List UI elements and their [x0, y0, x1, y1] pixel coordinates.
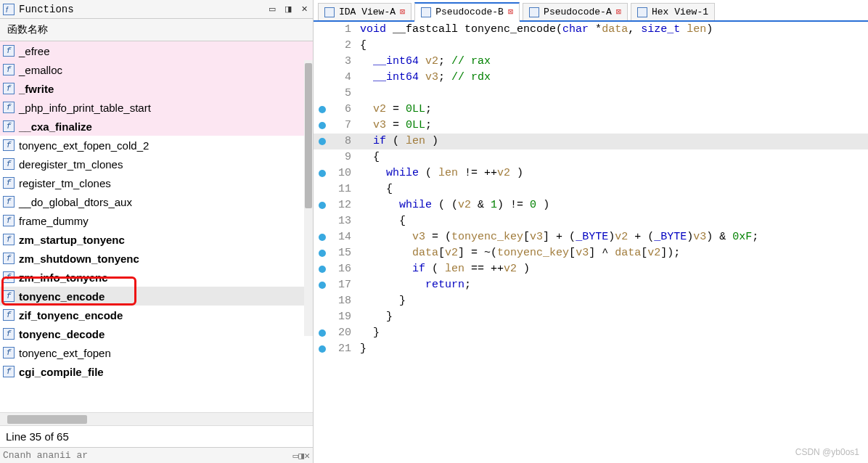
function-item[interactable]: fzif_tonyenc_encode: [0, 306, 313, 324]
close-icon[interactable]: ⊠: [616, 7, 621, 17]
code-line[interactable]: 19 }: [314, 309, 868, 325]
code-line[interactable]: 20 }: [314, 325, 868, 341]
breakpoint-gutter[interactable]: [314, 170, 331, 177]
close-icon[interactable]: ⊠: [508, 7, 513, 17]
breakpoint-gutter[interactable]: [314, 202, 331, 209]
code-text: while ( len != ++v2 ): [357, 165, 868, 181]
column-header[interactable]: 函数名称: [0, 19, 313, 41]
code-text: if ( len == ++v2 ): [357, 261, 868, 277]
tab[interactable]: Hex View-1: [631, 3, 715, 20]
line-number: 20: [331, 325, 357, 341]
function-item[interactable]: f_fwrite: [0, 79, 313, 98]
function-item[interactable]: ftonyenc_ext_fopen_cold_2: [0, 136, 313, 155]
function-item[interactable]: f_php_info_print_table_start: [0, 98, 313, 117]
code-text: data[v2] = ~(tonyenc_key[v3] ^ data[v2])…: [357, 245, 868, 261]
restore-button-2[interactable]: ▭: [293, 450, 299, 462]
breakpoint-gutter[interactable]: [314, 345, 331, 353]
function-name: _php_info_print_table_start: [19, 102, 151, 114]
close-button[interactable]: ✕: [298, 4, 310, 15]
breakpoint-gutter[interactable]: [314, 106, 331, 113]
breakpoint-gutter[interactable]: [314, 250, 331, 257]
breakpoint-gutter[interactable]: [314, 122, 331, 129]
function-name: tonyenc_ext_fopen: [19, 347, 111, 359]
code-line[interactable]: 6 v2 = 0LL;: [314, 102, 868, 118]
tab[interactable]: Pseudocode-A⊠: [523, 3, 628, 20]
function-item[interactable]: fframe_dummy: [0, 211, 313, 230]
function-icon: f: [3, 328, 15, 340]
function-name: frame_dummy: [19, 215, 89, 227]
code-line[interactable]: 1void __fastcall tonyenc_encode(char *da…: [314, 22, 868, 38]
function-item[interactable]: f_efree: [0, 41, 313, 60]
code-line[interactable]: 8 if ( len ): [314, 134, 868, 149]
code-line[interactable]: 4 __int64 v3; // rdx: [314, 70, 868, 86]
tab[interactable]: Pseudocode-B⊠: [414, 2, 520, 22]
line-number: 6: [331, 102, 357, 118]
close-icon[interactable]: ⊠: [400, 7, 405, 17]
function-icon: f: [3, 83, 15, 94]
function-item[interactable]: fderegister_tm_clones: [0, 155, 313, 173]
breakpoint-gutter[interactable]: [314, 282, 331, 289]
bottom-panel-header: Cnanh ananii ar ▭ ◨ ✕: [0, 447, 313, 463]
line-number: 2: [331, 38, 357, 54]
code-line[interactable]: 10 while ( len != ++v2 ): [314, 165, 868, 181]
function-item[interactable]: fregister_tm_clones: [0, 173, 313, 192]
code-line[interactable]: 3 __int64 v2; // rax: [314, 54, 868, 70]
code-line[interactable]: 21}: [314, 341, 868, 357]
function-item[interactable]: f__do_global_dtors_aux: [0, 192, 313, 211]
breakpoint-marker: [319, 170, 326, 177]
function-item[interactable]: fzm_info_tonyenc: [0, 268, 313, 287]
code-line[interactable]: 18 }: [314, 293, 868, 309]
code-line[interactable]: 2{: [314, 38, 868, 54]
code-line[interactable]: 7 v3 = 0LL;: [314, 118, 868, 134]
vertical-scrollbar[interactable]: [304, 60, 313, 336]
function-item[interactable]: fzm_startup_tonyenc: [0, 230, 313, 249]
function-name: zif_tonyenc_encode: [19, 309, 123, 321]
breakpoint-marker: [319, 329, 326, 337]
code-line[interactable]: 15 data[v2] = ~(tonyenc_key[v3] ^ data[v…: [314, 245, 868, 261]
function-icon: f: [3, 366, 15, 377]
code-line[interactable]: 13 {: [314, 213, 868, 229]
function-item[interactable]: ftonyenc_decode: [0, 324, 313, 343]
panel-header: f Functions ▭ ◨ ✕: [0, 0, 313, 19]
function-item[interactable]: ftonyenc_ext_fopen: [0, 343, 313, 362]
function-name: cgi_compile_file: [19, 366, 104, 378]
function-icon: f: [3, 158, 15, 170]
function-list[interactable]: f_efreef_emallocf_fwritef_php_info_print…: [0, 41, 313, 412]
code-line[interactable]: 5: [314, 86, 868, 102]
line-number: 11: [331, 181, 357, 197]
line-number: 13: [331, 213, 357, 229]
horizontal-scrollbar[interactable]: [0, 412, 313, 425]
code-text: }: [357, 309, 868, 325]
detach-button-2[interactable]: ◨: [298, 450, 304, 462]
breakpoint-gutter[interactable]: [314, 266, 331, 273]
function-item[interactable]: f_emalloc: [0, 60, 313, 79]
line-number: 3: [331, 54, 357, 70]
code-line[interactable]: 16 if ( len == ++v2 ): [314, 261, 868, 277]
code-text: {: [357, 149, 868, 165]
line-number: 4: [331, 70, 357, 86]
code-line[interactable]: 14 v3 = (tonyenc_key[v3] + (_BYTE)v2 + (…: [314, 229, 868, 245]
breakpoint-gutter[interactable]: [314, 234, 331, 241]
tab[interactable]: IDA View-A⊠: [318, 3, 412, 20]
code-line[interactable]: 12 while ( (v2 & 1) != 0 ): [314, 197, 868, 213]
function-icon: f: [3, 45, 15, 57]
function-item[interactable]: fcgi_compile_file: [0, 362, 313, 381]
line-number: 10: [331, 165, 357, 181]
breakpoint-gutter[interactable]: [314, 329, 331, 337]
function-item[interactable]: fzm_shutdown_tonyenc: [0, 249, 313, 268]
code-line[interactable]: 9 {: [314, 149, 868, 165]
line-number: 16: [331, 261, 357, 277]
code-line[interactable]: 11 {: [314, 181, 868, 197]
pseudocode-view[interactable]: 1void __fastcall tonyenc_encode(char *da…: [314, 22, 868, 463]
function-name: zm_shutdown_tonyenc: [19, 253, 139, 265]
restore-button[interactable]: ▭: [266, 4, 278, 15]
close-button-2[interactable]: ✕: [304, 450, 310, 462]
code-line[interactable]: 17 return;: [314, 277, 868, 293]
breakpoint-marker: [319, 122, 326, 129]
tab-label: IDA View-A: [339, 7, 396, 17]
function-item[interactable]: ftonyenc_encode: [0, 287, 313, 306]
breakpoint-gutter[interactable]: [314, 138, 331, 145]
detach-button[interactable]: ◨: [282, 4, 294, 15]
function-icon: f: [3, 309, 15, 321]
function-item[interactable]: f__cxa_finalize: [0, 117, 313, 136]
